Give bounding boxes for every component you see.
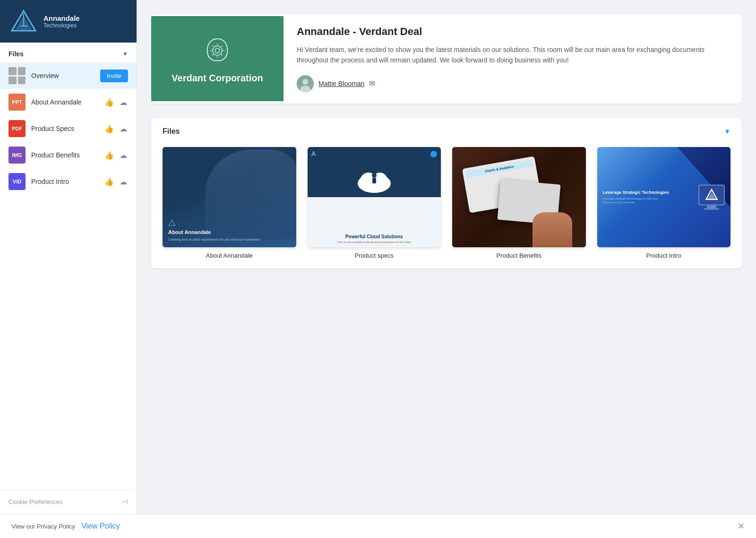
svg-point-15 [302,79,308,85]
sidebar-item-about[interactable]: PPT About Annandale 👍 ☁ [0,89,137,115]
sidebar-footer: Cookie Preferences ⊣ [0,489,137,514]
ppt-icon: PPT [9,94,26,111]
intro-like-button[interactable]: 👍 [103,176,115,187]
file-card-about[interactable]: About Annandale Creating best-in-class e… [163,147,296,259]
files-section-title: Files [163,127,180,136]
about-thumbnail: About Annandale Creating best-in-class e… [163,147,296,247]
about-like-button[interactable]: 👍 [103,97,115,108]
svg-point-5 [215,48,220,53]
intro-label: Product Intro [31,178,103,185]
overview-label: Overview [31,72,100,79]
intro-file-name: Product Intro [646,252,681,259]
contact-avatar [297,75,314,92]
benefits-download-button[interactable]: ☁ [119,150,128,161]
benefits-actions: 👍 ☁ [103,150,128,161]
deal-banner: Verdant Corporation [151,16,284,101]
verdant-logo [201,33,234,68]
deal-info: Annandale - Verdant Deal Hi Verdant team… [284,14,742,104]
intro-thumb-sub: Leverage strategic technologies to take … [603,197,670,205]
pdf-icon: PDF [9,120,26,137]
svg-point-21 [372,173,377,178]
specs-file-name: Product specs [355,252,394,259]
files-section-title: Files [9,50,24,58]
about-thumb-sub: Creating best-in-class experiences for y… [168,237,291,242]
files-section-header: Files ▼ [0,43,137,62]
sidebar-nav: Files ▼ Overview Invite PPT [0,43,137,489]
overview-icon [9,67,26,84]
privacy-link[interactable]: View Policy [81,522,120,530]
benefits-like-button[interactable]: 👍 [103,150,115,161]
about-actions: 👍 ☁ [103,97,128,108]
file-card-benefits[interactable]: Charts & Analytics Product Benefits [452,147,586,259]
specs-download-button[interactable]: ☁ [119,123,128,134]
about-thumb-title: About Annandale [168,229,291,235]
deal-card: Verdant Corporation Annandale - Verdant … [151,14,742,104]
svg-line-13 [212,55,213,56]
intro-thumbnail: Leverage Strategic Technologies Leverage… [597,147,731,247]
svg-marker-17 [169,220,175,226]
files-grid: About Annandale Creating best-in-class e… [163,147,730,259]
privacy-text-container: View our Privacy Policy View Policy [11,522,120,530]
main-content: Verdant Corporation Annandale - Verdant … [137,0,756,514]
specs-thumb-sub: How to successfully scale dynamic proces… [308,241,441,243]
sidebar-item-intro[interactable]: VID Product Intro 👍 ☁ [0,168,137,195]
svg-line-11 [222,55,223,56]
specs-thumbnail: A Powerful Cloud Solutions How to succes… [308,147,441,247]
svg-point-4 [213,46,222,55]
img-icon: IMG [9,147,26,164]
sidebar-logo-text: Annandale Technologies [43,14,80,29]
sidebar-item-benefits[interactable]: IMG Product Benefits 👍 ☁ [0,142,137,168]
specs-actions: 👍 ☁ [103,123,128,134]
cookie-label: Cookie Preferences [9,498,62,505]
file-card-specs[interactable]: A Powerful Cloud Solutions How to succes… [308,147,441,259]
about-file-name: About Annandale [206,252,253,259]
about-label: About Annandale [31,98,103,106]
files-header: Files ▼ [163,127,730,136]
intro-actions: 👍 ☁ [103,176,128,187]
specs-like-button[interactable]: 👍 [103,123,115,134]
contact-name-link[interactable]: Mattie Blooman [318,80,364,87]
collapse-icon[interactable]: ⊣ [121,497,128,506]
about-download-button[interactable]: ☁ [119,97,128,108]
svg-rect-22 [372,178,376,183]
banner-company-name: Verdant Corporation [172,72,263,84]
benefits-label: Product Benefits [31,151,103,159]
deal-description: Hi Verdant team, we're excited to show y… [297,44,729,66]
files-section: Files ▼ [151,118,742,269]
benefits-file-name: Product Benefits [497,252,541,259]
sidebar-logo: Annandale Technologies [0,0,137,43]
svg-line-10 [212,46,213,47]
vid-icon: VID [9,173,26,190]
files-section-arrow: ▼ [122,51,128,57]
sidebar-item-specs[interactable]: PDF Product Specs 👍 ☁ [0,115,137,142]
privacy-text: View our Privacy Policy [11,523,75,530]
invite-button[interactable]: Invite [100,69,128,82]
sidebar-item-overview[interactable]: Overview Invite [0,62,137,89]
svg-line-12 [222,46,223,47]
benefits-thumbnail: Charts & Analytics [452,147,586,247]
cookie-preferences[interactable]: Cookie Preferences ⊣ [9,497,128,506]
specs-thumb-title: Powerful Cloud Solutions [308,234,441,240]
deal-title: Annandale - Verdant Deal [297,26,729,38]
privacy-bar: View our Privacy Policy View Policy ✕ [0,514,756,538]
intro-thumb-title: Leverage Strategic Technologies [603,190,670,196]
privacy-close-button[interactable]: ✕ [738,521,745,531]
mail-icon[interactable]: ✉ [369,79,375,88]
files-collapse-icon[interactable]: ▼ [724,128,730,135]
sidebar: Annandale Technologies Files ▼ [0,0,137,514]
deal-contact: Mattie Blooman ✉ [297,75,729,92]
specs-label: Product Specs [31,125,103,132]
svg-marker-24 [708,192,716,199]
annandale-logo-icon [9,7,38,35]
file-card-intro[interactable]: Leverage Strategic Technologies Leverage… [597,147,731,259]
intro-download-button[interactable]: ☁ [119,176,128,187]
